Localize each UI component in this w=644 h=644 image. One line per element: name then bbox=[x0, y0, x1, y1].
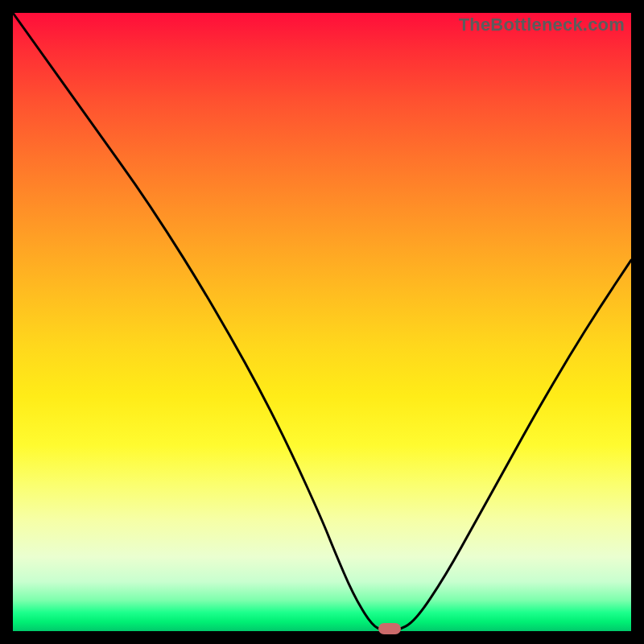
bottleneck-curve bbox=[13, 13, 631, 631]
chart-frame: TheBottleneck.com bbox=[0, 0, 644, 644]
optimal-point-marker bbox=[378, 623, 401, 634]
chart-plot-area: TheBottleneck.com bbox=[13, 13, 631, 631]
